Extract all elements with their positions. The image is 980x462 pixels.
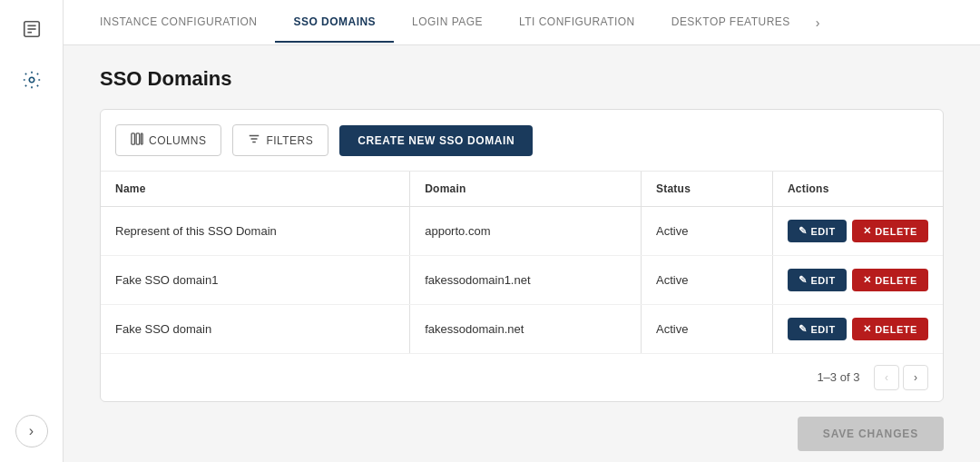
nav-more-button[interactable]: › — [808, 3, 828, 43]
tab-desktop-features[interactable]: DESKTOP FEATURES — [653, 3, 808, 43]
row-1-actions: ✎ EDIT ✕ DELETE — [772, 207, 943, 256]
edit-label: EDIT — [810, 324, 835, 335]
content-area: SSO Domains COLUMNS — [64, 45, 980, 406]
pagination-next-button[interactable]: › — [903, 365, 928, 390]
col-header-actions: Actions — [772, 172, 943, 207]
col-header-status: Status — [641, 172, 772, 207]
edit-icon: ✎ — [799, 274, 808, 286]
delete-label: DELETE — [875, 275, 917, 286]
pagination-cell: 1–3 of 3 ‹ › — [101, 354, 943, 402]
row-2-domain: fakessodomain1.net — [410, 256, 642, 305]
col-header-name: Name — [101, 172, 410, 207]
row-3-domain: fakessodomain.net — [410, 305, 642, 354]
tab-instance-configuration[interactable]: INSTANCE CONFIGURATION — [82, 3, 275, 43]
col-header-domain: Domain — [410, 172, 642, 207]
sso-domains-table-container: COLUMNS FILTERS CREATE NEW SSO DOMAIN — [100, 109, 944, 402]
table-row: Represent of this SSO Domain apporto.com… — [101, 207, 943, 256]
row-1-edit-button[interactable]: ✎ EDIT — [788, 220, 847, 242]
delete-icon: ✕ — [863, 225, 872, 237]
svg-rect-6 — [136, 133, 140, 144]
chevron-right-icon: › — [29, 423, 34, 439]
document-sidebar-icon[interactable] — [14, 11, 50, 47]
table-row: Fake SSO domain1 fakessodomain1.net Acti… — [101, 256, 943, 305]
page-title: SSO Domains — [100, 67, 944, 91]
table-row: Fake SSO domain fakessodomain.net Active… — [101, 305, 943, 354]
row-3-edit-button[interactable]: ✎ EDIT — [788, 318, 847, 340]
main-content: INSTANCE CONFIGURATION SSO DOMAINS LOGIN… — [64, 0, 980, 462]
row-2-name: Fake SSO domain1 — [101, 256, 410, 305]
save-changes-button[interactable]: SAVE CHANGES — [798, 417, 944, 451]
pagination-row: 1–3 of 3 ‹ › — [101, 354, 943, 402]
filters-icon — [248, 133, 260, 148]
filters-button[interactable]: FILTERS — [232, 124, 328, 156]
filters-label: FILTERS — [266, 134, 313, 147]
row-3-delete-button[interactable]: ✕ DELETE — [852, 318, 928, 340]
delete-label: DELETE — [875, 226, 917, 237]
row-2-actions: ✎ EDIT ✕ DELETE — [772, 256, 943, 305]
row-3-name: Fake SSO domain — [101, 305, 410, 354]
row-2-edit-button[interactable]: ✎ EDIT — [788, 269, 847, 291]
columns-label: COLUMNS — [149, 134, 206, 147]
row-2-delete-button[interactable]: ✕ DELETE — [852, 269, 928, 291]
row-2-status: Active — [641, 256, 772, 305]
svg-rect-7 — [141, 133, 142, 144]
settings-sidebar-icon[interactable] — [14, 62, 50, 98]
tab-lti-configuration[interactable]: LTI CONFIGURATION — [501, 3, 653, 43]
delete-label: DELETE — [875, 324, 917, 335]
edit-label: EDIT — [810, 226, 835, 237]
edit-label: EDIT — [810, 275, 835, 286]
tab-login-page[interactable]: LOGIN PAGE — [394, 3, 501, 43]
svg-rect-5 — [132, 133, 135, 144]
columns-button[interactable]: COLUMNS — [115, 124, 221, 156]
tab-sso-domains[interactable]: SSO DOMAINS — [275, 3, 394, 43]
delete-icon: ✕ — [863, 274, 872, 286]
top-nav: INSTANCE CONFIGURATION SSO DOMAINS LOGIN… — [64, 0, 980, 45]
pagination-text: 1–3 of 3 — [817, 370, 859, 384]
edit-icon: ✎ — [799, 225, 808, 237]
pagination-prev-button[interactable]: ‹ — [874, 365, 899, 390]
row-3-status: Active — [641, 305, 772, 354]
row-3-actions: ✎ EDIT ✕ DELETE — [772, 305, 943, 354]
create-sso-domain-button[interactable]: CREATE NEW SSO DOMAIN — [339, 125, 533, 156]
pagination-controls: ‹ › — [874, 365, 928, 390]
edit-icon: ✎ — [799, 323, 808, 335]
delete-icon: ✕ — [863, 323, 872, 335]
sidebar-expand-button[interactable]: › — [15, 415, 48, 447]
sidebar: › — [0, 0, 64, 462]
table-toolbar: COLUMNS FILTERS CREATE NEW SSO DOMAIN — [101, 110, 943, 172]
row-1-status: Active — [641, 207, 772, 256]
columns-icon — [131, 133, 143, 148]
row-1-delete-button[interactable]: ✕ DELETE — [852, 220, 928, 242]
sso-domains-table: Name Domain Status Actions Represent of … — [101, 172, 943, 401]
svg-point-4 — [29, 77, 34, 83]
row-1-name: Represent of this SSO Domain — [101, 207, 410, 256]
footer: SAVE CHANGES — [64, 406, 980, 462]
row-1-domain: apporto.com — [410, 207, 642, 256]
